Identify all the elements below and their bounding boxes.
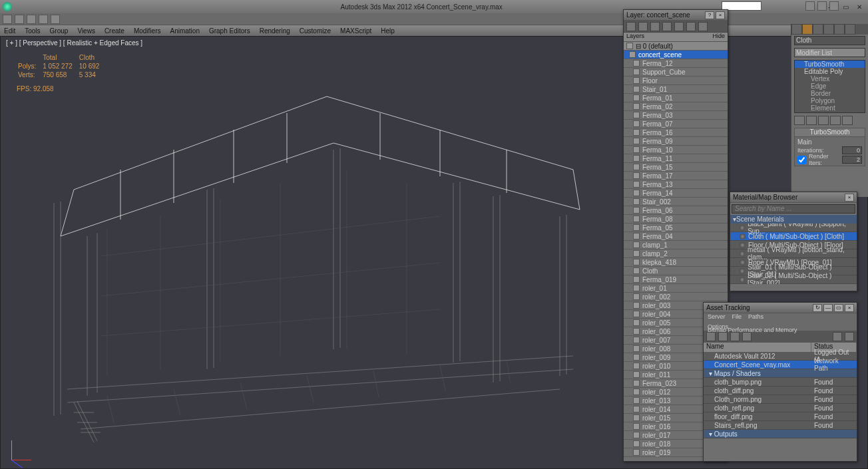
- layer-item[interactable]: Ferma_019: [624, 275, 728, 284]
- freeze-icon[interactable]: [698, 22, 708, 31]
- menu-maxscript[interactable]: MAXScript: [340, 27, 371, 35]
- pin-icon[interactable]: ?: [705, 11, 714, 19]
- menu-options[interactable]: Options: [708, 323, 728, 330]
- close-icon[interactable]: ×: [845, 304, 854, 312]
- layer-item[interactable]: clamp_2: [624, 249, 728, 258]
- tab-hierarchy-icon[interactable]: [813, 24, 823, 35]
- layer-item[interactable]: Floor: [624, 77, 728, 85]
- asset-item[interactable]: cloth_refl.pngFound: [704, 404, 857, 412]
- layer-item[interactable]: Ferma_12: [624, 59, 728, 68]
- undo-icon[interactable]: [39, 15, 48, 24]
- tab-modify-icon[interactable]: [802, 24, 813, 35]
- layer-item[interactable]: roler_002: [624, 293, 728, 301]
- layer-item[interactable]: Ferma_05: [624, 224, 728, 232]
- minimize-icon[interactable]: —: [823, 304, 833, 312]
- asset-item[interactable]: Concert_Scene_vray.maxNetwork Path: [704, 361, 857, 369]
- delete-layer-icon[interactable]: [638, 22, 648, 31]
- highlight-icon[interactable]: [674, 22, 684, 31]
- layer-panel-title[interactable]: Layer: concert_scene ? ×: [624, 10, 728, 21]
- layer-item[interactable]: clamp_1: [624, 241, 728, 249]
- object-name-input[interactable]: Cloth: [794, 36, 865, 45]
- layer-item[interactable]: Stair_002: [624, 198, 728, 206]
- modifier-editable-poly[interactable]: Editable Poly: [795, 68, 865, 75]
- close-icon[interactable]: ×: [716, 11, 725, 19]
- menu-paths[interactable]: Paths: [748, 313, 763, 320]
- menu-create[interactable]: Create: [105, 27, 124, 35]
- layer-item[interactable]: Ferma_03: [624, 111, 728, 120]
- material-category[interactable]: ▾ Scene Materials: [730, 215, 857, 224]
- select-layer-icon[interactable]: [662, 22, 672, 31]
- subobj-edge[interactable]: Edge: [795, 82, 865, 90]
- asset-category[interactable]: ▾ Outputs: [704, 430, 857, 438]
- asset-item[interactable]: floor_diff.pngFound: [704, 412, 857, 421]
- material-list[interactable]: Black_paint ( VRayMtl ) [Support, Sup...…: [730, 224, 857, 284]
- layer-item[interactable]: Ferma_04: [624, 232, 728, 241]
- maximize-icon[interactable]: ▭: [834, 304, 843, 312]
- viewport-label[interactable]: [ + ] [ Perspective ] [ Realistic + Edge…: [6, 39, 142, 47]
- save-icon[interactable]: [27, 15, 36, 24]
- pin-stack-icon[interactable]: [794, 116, 805, 125]
- asset-list[interactable]: Autodesk Vault 2012Logged Out (AConcert_…: [704, 352, 857, 438]
- show-result-icon[interactable]: [806, 116, 817, 125]
- layer-item[interactable]: Cloth: [624, 267, 728, 275]
- asset-item[interactable]: Stairs_refl.pngFound: [704, 421, 857, 430]
- menu-rendering[interactable]: Rendering: [260, 27, 290, 35]
- material-search-input[interactable]: Search by Name ...: [732, 204, 855, 214]
- layer-item[interactable]: Ferma_10: [624, 146, 728, 154]
- maximize-button[interactable]: ▭: [839, 3, 851, 11]
- close-button[interactable]: ✕: [853, 3, 865, 11]
- redo-icon[interactable]: [51, 15, 60, 24]
- tab-display-icon[interactable]: [834, 24, 845, 35]
- modifier-list-dropdown[interactable]: Modifier List: [794, 48, 865, 57]
- menu-server[interactable]: Server: [708, 313, 726, 320]
- layer-item[interactable]: Ferma_11: [624, 154, 728, 163]
- modifier-turbosmooth[interactable]: TurboSmooth: [795, 61, 865, 68]
- menu-grapheditors[interactable]: Graph Editors: [209, 27, 250, 35]
- tab-create-icon[interactable]: [791, 24, 802, 35]
- subobj-border[interactable]: Border: [795, 90, 865, 97]
- modifier-stack[interactable]: TurboSmooth Editable Poly Vertex Edge Bo…: [794, 60, 865, 113]
- configure-icon[interactable]: [842, 116, 853, 125]
- menu-animation[interactable]: Animation: [170, 27, 199, 35]
- unique-icon[interactable]: [818, 116, 829, 125]
- layer-item[interactable]: Support_Cube: [624, 68, 728, 77]
- hide-icon[interactable]: [686, 22, 696, 31]
- layer-root[interactable]: ⊟ 0 (default): [624, 42, 728, 51]
- star-icon[interactable]: [817, 1, 827, 11]
- menu-modifiers[interactable]: Modifiers: [134, 27, 161, 35]
- grid-icon[interactable]: [742, 332, 752, 341]
- subobj-element[interactable]: Element: [795, 104, 865, 112]
- layer-item[interactable]: Ferma_17: [624, 172, 728, 180]
- menu-file[interactable]: File: [732, 313, 742, 320]
- iterations-spinner[interactable]: 0: [842, 146, 862, 154]
- layer-group[interactable]: concert_scene: [624, 51, 728, 59]
- layer-item[interactable]: klepka_418: [624, 258, 728, 267]
- render-iters-checkbox[interactable]: [797, 156, 806, 164]
- close-icon[interactable]: ×: [845, 194, 854, 202]
- layer-item[interactable]: Ferma_02: [624, 102, 728, 111]
- asset-item[interactable]: cloth_diff.pngFound: [704, 387, 857, 395]
- connect-icon[interactable]: [805, 1, 815, 11]
- menu-views[interactable]: Views: [77, 27, 95, 35]
- tree-icon[interactable]: [706, 332, 716, 341]
- material-item[interactable]: Cloth ( Multi/Sub-Object ) [Cloth]: [730, 232, 857, 241]
- subobj-vertex[interactable]: Vertex: [795, 75, 865, 82]
- table-icon[interactable]: [730, 332, 740, 341]
- open-icon[interactable]: [15, 15, 24, 24]
- options-icon[interactable]: [833, 332, 842, 341]
- layer-item[interactable]: Ferma_07: [624, 120, 728, 128]
- layer-item[interactable]: Ferma_15: [624, 163, 728, 172]
- new-icon[interactable]: [3, 15, 12, 24]
- render-iters-spinner[interactable]: 2: [842, 156, 862, 164]
- layer-item[interactable]: Ferma_14: [624, 189, 728, 198]
- layer-item[interactable]: Ferma_08: [624, 215, 728, 224]
- material-item[interactable]: Stair_02 ( Multi/Sub-Object ) [Stair_002…: [730, 275, 857, 284]
- refresh-icon[interactable]: [845, 332, 854, 341]
- list-icon[interactable]: [718, 332, 728, 341]
- remove-mod-icon[interactable]: [830, 116, 841, 125]
- subobj-polygon[interactable]: Polygon: [795, 97, 865, 104]
- refresh-icon[interactable]: ↻: [813, 304, 822, 312]
- menu-help[interactable]: Help: [381, 27, 395, 35]
- layer-item[interactable]: Ferma_13: [624, 180, 728, 189]
- menu-group[interactable]: Group: [50, 27, 69, 35]
